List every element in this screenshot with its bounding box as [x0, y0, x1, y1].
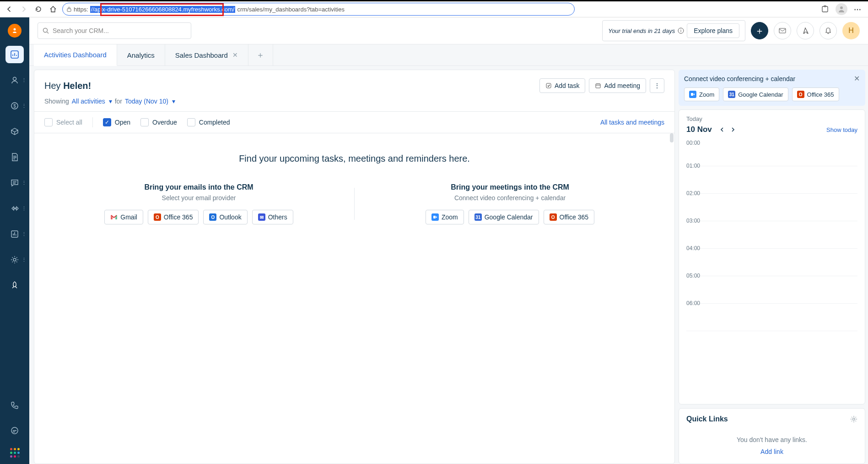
rail-products[interactable]: [0, 123, 29, 140]
close-icon[interactable]: ✕: [854, 74, 860, 83]
all-tasks-link[interactable]: All tasks and meetings: [600, 119, 664, 126]
url-bar[interactable]: https://apix-drive-510716266606808824.my…: [62, 3, 575, 16]
connect-zoom-button[interactable]: Zoom: [684, 87, 719, 101]
open-checkbox[interactable]: ✓Open: [103, 118, 130, 126]
rail-reports[interactable]: ⋮: [0, 225, 29, 243]
url-prefix: https:: [74, 6, 88, 13]
filter-activities-dropdown[interactable]: All activities ▾: [72, 98, 112, 105]
show-today-link[interactable]: Show today: [826, 126, 857, 133]
tab-bar: Activities Dashboard Analytics Sales Das…: [29, 44, 868, 66]
select-all-checkbox[interactable]: Select all: [44, 118, 82, 126]
empty-state: Find your upcoming tasks, meetings and r…: [34, 133, 674, 243]
browser-bar: https://apix-drive-510716266606808824.my…: [0, 0, 868, 17]
meetings-column: Bring your meetings into the CRM Connect…: [355, 183, 665, 224]
url-suffix: crm/sales/my_dashboards?tab=activities: [237, 6, 344, 13]
tab-activities[interactable]: Activities Dashboard: [34, 44, 117, 66]
others-button[interactable]: ✉Others: [252, 210, 293, 224]
browser-menu-icon[interactable]: ⋯: [854, 5, 862, 14]
emails-column: Bring your emails into the CRM Select yo…: [43, 183, 354, 224]
extension-icon[interactable]: [821, 5, 829, 13]
add-meeting-button[interactable]: Add meeting: [589, 78, 646, 93]
rail-phone[interactable]: [0, 397, 29, 414]
top-bar: Search your CRM... Your trial ends in 21…: [29, 17, 868, 44]
logo-icon[interactable]: [8, 24, 22, 38]
add-button[interactable]: ＋: [751, 22, 768, 39]
svg-point-12: [43, 28, 48, 33]
search-input[interactable]: Search your CRM...: [38, 22, 191, 39]
announce-icon[interactable]: [797, 22, 814, 39]
svg-point-3: [840, 6, 843, 9]
calendar-panel: Today 10 Nov Show today 00:00 01:00 02:0…: [679, 109, 865, 404]
url-selected: //apix-drive-510716266606808824.myfreshw…: [90, 6, 236, 13]
svg-point-20: [853, 418, 855, 420]
forward-button[interactable]: [18, 4, 29, 15]
info-icon[interactable]: i: [678, 27, 684, 34]
close-icon[interactable]: ✕: [232, 51, 238, 59]
completed-checkbox[interactable]: Completed: [187, 118, 230, 126]
rail-documents[interactable]: [0, 148, 29, 166]
office365-email-button[interactable]: OOffice 365: [148, 210, 199, 224]
quick-links-panel: Quick Links You don't have any links. Ad…: [679, 408, 865, 464]
zoom-button[interactable]: Zoom: [426, 210, 464, 224]
svg-rect-18: [433, 216, 436, 218]
trial-info: Your trial ends in 21 days i Explore pla…: [602, 20, 745, 41]
task-icon: [545, 82, 552, 89]
prev-day-button[interactable]: [717, 124, 728, 135]
svg-rect-15: [779, 28, 786, 33]
connect-o365-button[interactable]: OOffice 365: [792, 87, 839, 101]
search-icon: [43, 27, 49, 34]
calendar-icon: [595, 82, 601, 89]
svg-point-4: [14, 28, 16, 31]
office365-cal-button[interactable]: OOffice 365: [544, 210, 595, 224]
profile-icon[interactable]: [836, 3, 847, 15]
filter-date-dropdown[interactable]: Today (Nov 10) ▾: [125, 98, 175, 105]
rail-automation[interactable]: ⋮: [0, 200, 29, 217]
user-avatar[interactable]: H: [842, 22, 860, 39]
home-button[interactable]: [48, 4, 59, 15]
calendar-date: 10 Nov: [686, 125, 712, 134]
rail-apps[interactable]: [0, 448, 29, 458]
svg-rect-17: [596, 84, 600, 88]
tab-add[interactable]: ＋: [248, 44, 273, 66]
filter-bar: Select all ✓Open Overdue Completed All t…: [34, 111, 674, 133]
explore-plans-button[interactable]: Explore plans: [687, 23, 739, 38]
more-menu-button[interactable]: ⋮: [650, 78, 664, 93]
rail-deals[interactable]: $ ⋮: [0, 97, 29, 115]
svg-rect-16: [546, 83, 551, 88]
back-button[interactable]: [4, 4, 15, 15]
rail-contacts[interactable]: ⋮: [0, 71, 29, 89]
connect-panel: Connect video conferencing + calendar✕ Z…: [679, 70, 865, 106]
svg-text:$: $: [13, 104, 16, 109]
svg-rect-1: [822, 6, 828, 12]
svg-rect-0: [67, 9, 71, 11]
add-task-button[interactable]: Add task: [539, 78, 585, 93]
gear-icon[interactable]: [850, 415, 857, 423]
tab-analytics[interactable]: Analytics: [117, 44, 165, 66]
calendar-body[interactable]: 00:00 01:00 02:00 03:00 04:00 05:00 06:0…: [679, 139, 865, 404]
empty-title: Find your upcoming tasks, meetings and r…: [43, 153, 665, 164]
google-calendar-button[interactable]: 31Google Calendar: [469, 210, 539, 224]
rail-chat[interactable]: [0, 422, 29, 440]
outlook-button[interactable]: OOutlook: [203, 210, 247, 224]
rail-rocket[interactable]: [0, 277, 29, 294]
add-link-button[interactable]: Add link: [686, 448, 857, 455]
svg-rect-19: [691, 93, 693, 96]
svg-point-10: [13, 258, 16, 261]
mail-icon[interactable]: [774, 22, 791, 39]
next-day-button[interactable]: [728, 124, 739, 135]
rail-settings[interactable]: ⋮: [0, 251, 29, 268]
scroll-indicator: [670, 133, 674, 142]
reload-button[interactable]: [33, 4, 44, 15]
svg-point-6: [13, 77, 16, 81]
rail-conversations[interactable]: ⋮: [0, 174, 29, 191]
page-greeting: Hey Helen!: [44, 81, 91, 91]
connect-gcal-button[interactable]: 31Google Calendar: [723, 87, 788, 101]
overdue-checkbox[interactable]: Overdue: [140, 118, 177, 126]
filter-line: Showing All activities ▾ for Today (Nov …: [34, 98, 674, 111]
gmail-button[interactable]: Gmail: [104, 210, 143, 224]
search-placeholder: Search your CRM...: [53, 27, 109, 34]
bell-icon[interactable]: [819, 22, 837, 39]
rail-dashboard[interactable]: [0, 46, 29, 63]
left-rail: ⋮ $ ⋮ ⋮ ⋮ ⋮ ⋮: [0, 17, 29, 464]
tab-sales-dashboard[interactable]: Sales Dashboard✕: [165, 44, 248, 66]
